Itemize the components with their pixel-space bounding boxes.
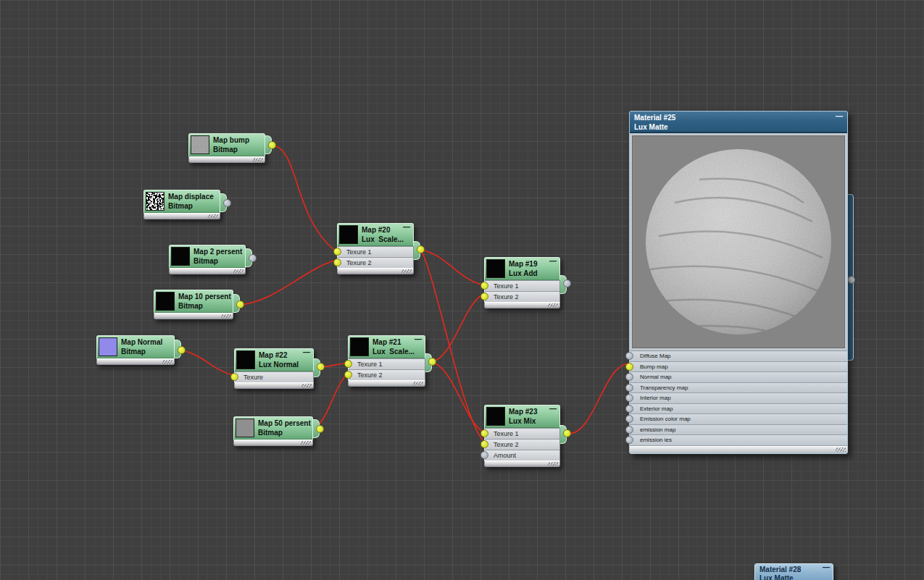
slot-diffuse-map[interactable]: Diffuse Map xyxy=(630,351,847,362)
minimize-button[interactable]: — xyxy=(303,348,310,356)
output-socket[interactable] xyxy=(317,363,325,371)
input-socket[interactable] xyxy=(344,360,352,368)
resize-grip[interactable] xyxy=(221,314,231,319)
resize-grip[interactable] xyxy=(208,214,218,219)
slot-bump-map[interactable]: Bump map xyxy=(630,362,847,373)
slot-socket[interactable] xyxy=(625,394,633,402)
output-socket[interactable] xyxy=(178,346,186,354)
node-map-bump[interactable]: Map bumpBitmap xyxy=(188,133,265,163)
material-header[interactable]: Material #28 Lux Matte — xyxy=(754,563,833,580)
node-map-normal[interactable]: Map NormalBitmap xyxy=(96,335,175,365)
slot-label: emission map xyxy=(640,426,675,433)
output-socket[interactable] xyxy=(236,300,244,308)
slot-interior-map[interactable]: Interior map xyxy=(630,393,847,404)
resize-grip[interactable] xyxy=(548,462,558,466)
input-slot-texure-1[interactable]: Texure 1 xyxy=(337,246,414,257)
resize-grip[interactable] xyxy=(301,441,311,445)
input-slot-texure-2[interactable]: Texure 2 xyxy=(348,369,425,380)
node-title: Map displace xyxy=(168,192,214,201)
material-header[interactable]: Material #25 Lux Matte — xyxy=(630,112,847,133)
input-slot-texure-1[interactable]: Texure 1 xyxy=(348,358,425,369)
slate-material-editor-canvas[interactable]: { "ui": { "minimize_glyph": "—" }, "colo… xyxy=(0,0,924,580)
minimize-button[interactable]: — xyxy=(836,112,843,121)
node-title: Map #22 xyxy=(259,350,299,360)
input-socket[interactable] xyxy=(333,259,341,266)
wire-map20-to-map23-t2[interactable] xyxy=(421,250,483,441)
output-socket[interactable] xyxy=(268,141,276,149)
output-socket[interactable] xyxy=(223,199,231,207)
node-map-20[interactable]: Map #20Lux Scale... — Texure 1 Texure 2 xyxy=(337,223,414,274)
minimize-button[interactable]: — xyxy=(549,257,557,265)
slot-exterior-map[interactable]: Exterior map xyxy=(630,404,847,415)
node-footer xyxy=(484,461,560,467)
input-slot-texure-2[interactable]: Texure 2 xyxy=(484,439,560,450)
slot-socket[interactable] xyxy=(625,415,633,423)
slot-emission-ies[interactable]: emission ies xyxy=(630,435,847,446)
slot-socket[interactable] xyxy=(625,363,633,371)
input-slot-texure-1[interactable]: Texure 1 xyxy=(484,280,560,291)
node-map-10-persent[interactable]: Map 10 persentBitmap xyxy=(154,290,233,319)
material-25-node[interactable]: Material #25 Lux Matte — xyxy=(629,111,848,454)
resize-grip[interactable] xyxy=(836,447,846,452)
resize-grip[interactable] xyxy=(162,360,172,364)
node-map-50-persent[interactable]: Map 50 persentBitmap xyxy=(233,416,313,446)
slot-socket[interactable] xyxy=(625,373,633,381)
wire-mapbump-to-map20-t1[interactable] xyxy=(274,146,334,250)
input-slot-texure[interactable]: Texure xyxy=(234,371,314,382)
input-socket[interactable] xyxy=(480,429,488,437)
output-socket[interactable] xyxy=(563,429,571,437)
slot-socket[interactable] xyxy=(625,384,633,392)
input-socket[interactable] xyxy=(480,293,488,300)
minimize-button[interactable]: — xyxy=(549,405,557,413)
node-subtitle: Bitmap xyxy=(193,256,242,266)
resize-grip[interactable] xyxy=(548,303,558,308)
output-socket[interactable] xyxy=(249,254,257,262)
node-footer xyxy=(484,302,560,308)
node-map-displace[interactable]: Map displaceBitmap xyxy=(143,190,220,219)
wire-map20-to-map19-t1[interactable] xyxy=(421,250,481,285)
resize-grip[interactable] xyxy=(413,382,423,386)
output-socket[interactable] xyxy=(563,280,571,287)
resize-grip[interactable] xyxy=(401,269,412,274)
input-socket[interactable] xyxy=(480,440,488,448)
input-socket[interactable] xyxy=(480,282,488,290)
node-footer xyxy=(348,380,425,387)
wire-map21-to-map23-t1[interactable] xyxy=(432,362,483,432)
input-socket[interactable] xyxy=(344,371,352,379)
wire-map10-to-map20-t2[interactable] xyxy=(239,261,334,305)
input-socket[interactable] xyxy=(230,373,238,381)
node-map-23[interactable]: Map #23Lux Mix — Texure 1 Texure 2 Amoun… xyxy=(484,405,560,467)
wire-mapnormal-to-map22[interactable] xyxy=(183,350,233,375)
node-map-22[interactable]: Map #22Lux Normal — Texure xyxy=(234,348,314,389)
input-socket[interactable] xyxy=(333,248,341,256)
slot-normal-map[interactable]: Normal map xyxy=(630,372,847,383)
material-output-socket[interactable] xyxy=(847,276,855,284)
input-slot-texure-2[interactable]: Texure 2 xyxy=(337,257,414,268)
slot-socket[interactable] xyxy=(625,352,633,360)
input-slot-texure-1[interactable]: Texure 1 xyxy=(484,428,560,439)
input-slot-texure-2[interactable]: Texure 2 xyxy=(484,291,560,302)
input-socket[interactable] xyxy=(480,451,488,459)
material-28-node[interactable]: Material #28 Lux Matte — xyxy=(754,563,833,580)
slot-socket[interactable] xyxy=(625,436,633,444)
output-socket[interactable] xyxy=(316,425,324,433)
slot-emission-color-map[interactable]: Emission color map xyxy=(630,414,847,425)
node-map-19[interactable]: Map #19Lux Add — Texure 1 Texure 2 xyxy=(484,257,560,308)
minimize-button[interactable]: — xyxy=(415,335,422,343)
map-thumbnail xyxy=(486,259,505,278)
output-socket[interactable] xyxy=(417,245,425,253)
slot-emission-map[interactable]: emission map xyxy=(630,425,847,436)
slot-transparency-map[interactable]: Transparency map xyxy=(630,383,847,394)
minimize-button[interactable]: — xyxy=(403,223,410,231)
slot-socket[interactable] xyxy=(625,426,633,434)
resize-grip[interactable] xyxy=(233,269,244,274)
resize-grip[interactable] xyxy=(301,384,312,388)
minimize-button[interactable]: — xyxy=(823,563,830,572)
output-socket[interactable] xyxy=(428,358,436,366)
slot-socket[interactable] xyxy=(625,405,633,413)
wire-map23-to-bumpmap[interactable] xyxy=(568,363,630,434)
input-slot-amount[interactable]: Amount xyxy=(484,450,560,461)
node-map-21[interactable]: Map #21Lux Scale... — Texure 1 Texure 2 xyxy=(348,335,425,387)
resize-grip[interactable] xyxy=(253,158,263,162)
node-map-2-persent[interactable]: Map 2 persentBitmap xyxy=(169,245,246,274)
